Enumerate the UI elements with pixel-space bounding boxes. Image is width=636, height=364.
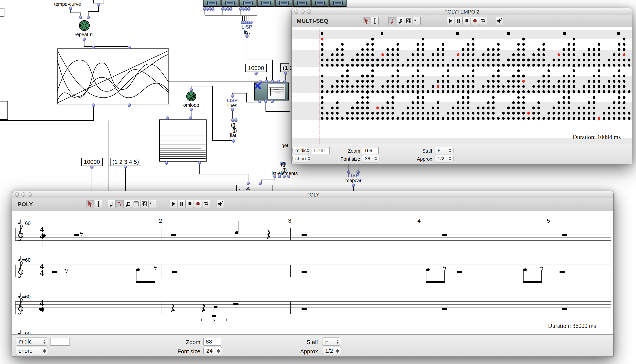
patch-inlet-ball[interactable] — [165, 161, 168, 164]
value-box[interactable]: (1 2 3 4 5) — [110, 158, 141, 166]
loop-button[interactable] — [202, 200, 210, 208]
staff-lines-button[interactable] — [413, 17, 421, 25]
patch-inlet-ball[interactable] — [128, 46, 131, 49]
patch-inlet-ball[interactable] — [221, 7, 224, 11]
patch-inlet-ball[interactable] — [232, 140, 235, 143]
patch-inlet-ball[interactable] — [230, 7, 232, 11]
multiseq-score-area[interactable]: Duration: 10094 ms — [292, 27, 632, 144]
score-grid-button[interactable] — [140, 200, 148, 208]
staff-select[interactable]: F — [322, 338, 341, 346]
polytempo-titlebar[interactable]: POLYTEMPO 2 — [292, 8, 632, 15]
record-button[interactable] — [194, 200, 202, 208]
patch-inlet-ball[interactable] — [166, 116, 169, 120]
patch-node-flat[interactable]: flat — [230, 133, 236, 138]
patch-inlet-ball[interactable] — [284, 80, 286, 83]
patch-inlet-ball[interactable] — [232, 118, 234, 122]
patch-inlet-ball[interactable] — [265, 80, 268, 83]
zoom-field[interactable]: 83 — [203, 338, 221, 346]
pause-button[interactable] — [455, 17, 463, 25]
value-box[interactable]: 10000 — [81, 158, 103, 166]
patch-inlet-ball[interactable] — [128, 104, 131, 107]
eighth-note-button[interactable] — [397, 17, 404, 25]
patch-box[interactable] — [0, 101, 8, 120]
patch-inlet-ball[interactable] — [209, 7, 212, 11]
patch-node-omloop[interactable]: omloop — [183, 102, 199, 108]
quarter-note-button[interactable] — [108, 200, 116, 208]
play-button[interactable] — [170, 200, 178, 208]
patch-inlet-ball[interactable] — [245, 7, 248, 11]
staff-lines-button[interactable] — [149, 200, 156, 208]
value-box[interactable]: (1 2 — [280, 64, 289, 72]
patch-inlet-ball[interactable] — [92, 46, 95, 49]
patch-inlet-ball[interactable] — [271, 100, 274, 103]
value-field[interactable]: 6700 — [312, 147, 330, 154]
patch-inlet-ball[interactable] — [259, 182, 262, 185]
fontsize-stepper[interactable]: 36 — [362, 155, 379, 162]
eighth-rest-button[interactable] — [116, 200, 124, 208]
playhead-cursor[interactable] — [320, 29, 320, 144]
patch-inlet-ball[interactable] — [69, 7, 72, 10]
zoom-field[interactable]: 169 — [362, 147, 379, 154]
approx-select[interactable]: 1/2 — [322, 347, 341, 355]
patch-inlet-ball[interactable] — [247, 182, 250, 185]
patch-node-lines[interactable]: LISPlines — [227, 98, 238, 108]
patch-inlet-ball[interactable] — [203, 7, 206, 11]
pause-button[interactable] — [178, 200, 186, 208]
stop-button[interactable] — [463, 17, 471, 25]
patch-inlet-ball[interactable] — [190, 108, 193, 111]
patch-inlet-ball[interactable] — [231, 94, 234, 98]
value-field[interactable] — [50, 338, 70, 346]
list-grid-button[interactable] — [132, 200, 140, 208]
mode-select[interactable]: midic — [16, 338, 48, 346]
stop-button[interactable] — [186, 200, 194, 208]
value-box[interactable]: ♩=60 — [236, 185, 273, 192]
patch-inlet-ball[interactable] — [224, 7, 227, 11]
patch-inlet-ball[interactable] — [83, 38, 86, 41]
patch-inlet-ball[interactable] — [258, 100, 261, 103]
record-button[interactable] — [471, 17, 479, 25]
play-button[interactable] — [447, 17, 454, 25]
patch-inlet-ball[interactable] — [242, 7, 245, 11]
patch-inlet-ball[interactable] — [92, 104, 95, 107]
score-grid-button[interactable] — [405, 17, 412, 25]
staff-select[interactable]: F — [435, 147, 453, 154]
poly-score-area[interactable]: =60442345=6044=60443=60Duration: 36000 m… — [13, 211, 613, 335]
patch-inlet-ball[interactable] — [264, 100, 267, 103]
patch-inlet-ball[interactable] — [352, 184, 355, 187]
patch-inlet-ball[interactable] — [259, 80, 262, 83]
polytempo-window[interactable]: POLYTEMPO 2 MULTI-SEQ Duration: 10094 ms… — [291, 8, 632, 164]
patch-inlet-ball[interactable] — [271, 80, 274, 83]
patch-node-list[interactable]: LISPlist — [241, 24, 252, 34]
patch-inlet-ball[interactable] — [250, 21, 253, 24]
patch-inlet-ball[interactable] — [87, 16, 90, 19]
patch-node-mapcar[interactable]: LISPmapcar — [345, 173, 361, 183]
patch-inlet-ball[interactable] — [97, 3, 100, 6]
patch-box[interactable] — [0, 8, 4, 16]
patch-inlet-ball[interactable] — [227, 7, 230, 11]
patch-inlet-ball[interactable] — [239, 7, 242, 11]
value-box[interactable]: 10000 — [245, 64, 267, 72]
arrow-cursor-button[interactable] — [363, 17, 370, 25]
patch-node-repeat-n[interactable]: repeat-n — [75, 32, 93, 37]
patch-inlet-ball[interactable] — [235, 118, 238, 122]
patch-inlet-ball[interactable] — [79, 16, 82, 19]
object-select[interactable]: chord — [16, 347, 48, 355]
patch-node-get[interactable]: get — [282, 143, 288, 148]
ibeam-button[interactable] — [95, 200, 102, 208]
speaker-note-button[interactable] — [496, 17, 503, 25]
patch-inlet-ball[interactable] — [277, 80, 280, 83]
patch-inlet-ball[interactable] — [246, 34, 249, 38]
patch-inlet-ball[interactable] — [248, 7, 250, 11]
beamed-notes-button[interactable] — [124, 200, 132, 208]
patch-inlet-ball[interactable] — [231, 108, 234, 111]
patch-box[interactable] — [160, 120, 206, 161]
mode-select[interactable]: midic — [292, 147, 309, 154]
fontsize-stepper[interactable]: 24 — [203, 347, 222, 355]
loop-spiral-icon[interactable] — [187, 92, 196, 101]
object-select[interactable]: chord — [292, 155, 309, 162]
patch-inlet-ball[interactable] — [212, 7, 214, 11]
patch-inlet-ball[interactable] — [198, 161, 201, 164]
loop-spiral-icon[interactable] — [79, 20, 90, 30]
patch-box[interactable] — [94, 0, 104, 3]
patch-inlet-ball[interactable] — [190, 88, 193, 92]
